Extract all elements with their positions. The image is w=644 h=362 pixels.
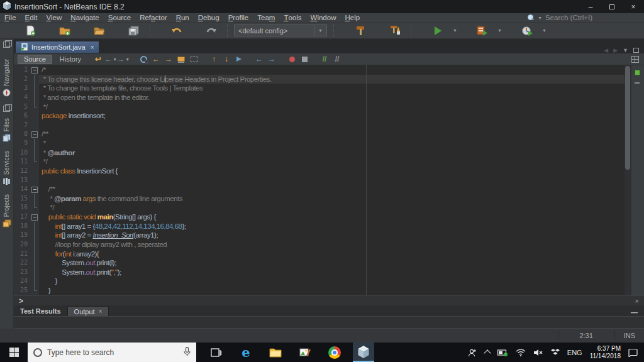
- next-occurrence-icon[interactable]: →: [163, 54, 174, 64]
- open-project-icon[interactable]: [90, 21, 109, 40]
- editor-tab-insertionsort[interactable]: InsertionSort.java ×: [15, 41, 99, 53]
- line-number[interactable]: 1: [14, 65, 30, 75]
- netbeans-taskbar-icon[interactable]: [353, 343, 374, 362]
- record-macro-icon[interactable]: [286, 54, 297, 64]
- split-document-icon[interactable]: [631, 56, 639, 63]
- battery-status-icon[interactable]: [497, 349, 508, 356]
- tab-close-icon[interactable]: ×: [91, 43, 94, 51]
- language-indicator[interactable]: ENG: [567, 349, 582, 356]
- line-number[interactable]: 16: [14, 203, 30, 212]
- code-line[interactable]: 11 */: [14, 157, 644, 167]
- people-icon[interactable]: [468, 348, 477, 357]
- fold-toggle-icon[interactable]: [30, 65, 39, 75]
- code-line[interactable]: 20 //loop for diplay array2 with , seper…: [14, 240, 644, 250]
- sidebar-item-projects[interactable]: Projects: [3, 194, 11, 230]
- clean-build-project-icon[interactable]: [386, 21, 404, 40]
- dropbox-icon[interactable]: [551, 349, 560, 356]
- code-line[interactable]: 6package insertionsort;: [14, 111, 644, 121]
- no-errors-badge[interactable]: [635, 70, 640, 75]
- fold-toggle-icon[interactable]: [30, 129, 39, 139]
- debug-dropdown-icon[interactable]: ▼: [497, 28, 502, 33]
- view-source-button[interactable]: Source: [18, 55, 52, 64]
- code-line[interactable]: 19 int[] array2 = Insertion_Sort(array1)…: [14, 231, 644, 240]
- line-number[interactable]: 15: [14, 194, 30, 204]
- code-line[interactable]: 17 public static void main(String[] args…: [14, 212, 644, 222]
- code-line[interactable]: 4 * and open the template in the editor.: [14, 93, 644, 102]
- line-number[interactable]: 2: [14, 75, 30, 84]
- find-selection-icon[interactable]: [138, 54, 149, 64]
- line-number[interactable]: 13: [14, 176, 30, 185]
- taskbar-search[interactable]: Type here to search: [28, 343, 196, 362]
- line-number[interactable]: 22: [14, 258, 30, 268]
- code-line[interactable]: 21 for(int i:array2){: [14, 250, 644, 259]
- forward-icon[interactable]: →▼: [118, 54, 129, 64]
- code-line[interactable]: 18 int[] array1 = {48,24,42,112,14,134,1…: [14, 222, 644, 231]
- previous-occurrence-icon[interactable]: ←: [150, 54, 162, 64]
- start-button[interactable]: [0, 343, 28, 362]
- line-number[interactable]: 24: [14, 277, 30, 286]
- view-history-button[interactable]: History: [60, 55, 81, 63]
- close-button[interactable]: ×: [623, 0, 644, 13]
- menu-file[interactable]: File: [0, 13, 21, 23]
- wifi-icon[interactable]: [516, 349, 526, 356]
- file-explorer-icon[interactable]: [266, 343, 285, 362]
- line-number[interactable]: 4: [14, 93, 30, 102]
- code-line[interactable]: 10 * @author: [14, 148, 644, 158]
- menu-tools[interactable]: Tools: [279, 13, 306, 23]
- config-combobox[interactable]: <default config> ▼: [234, 25, 327, 36]
- shift-left-icon[interactable]: ←: [253, 54, 265, 64]
- code-line[interactable]: 22 System.out.print(i);: [14, 258, 644, 268]
- rectangular-selection-icon[interactable]: [188, 54, 199, 64]
- search-placeholder[interactable]: Search (Ctrl+I): [545, 14, 592, 21]
- toggle-highlight-icon[interactable]: [175, 54, 187, 64]
- dock-window-icon[interactable]: [3, 41, 10, 48]
- code-line[interactable]: 13: [14, 176, 644, 185]
- redo-icon[interactable]: [202, 21, 221, 40]
- maximize-window-icon[interactable]: [633, 48, 639, 53]
- line-number[interactable]: 10: [14, 148, 30, 158]
- edge-browser-icon[interactable]: e: [236, 343, 255, 362]
- search-dropdown-icon[interactable]: ▼: [538, 16, 542, 20]
- code-line[interactable]: 25 }: [14, 286, 644, 295]
- minimize-panel-icon[interactable]: —: [631, 309, 644, 316]
- line-number[interactable]: 19: [14, 231, 30, 240]
- menu-team[interactable]: Team: [253, 13, 279, 23]
- microphone-icon[interactable]: [184, 347, 191, 358]
- search-icon[interactable]: [528, 14, 534, 21]
- sidebar-item-services[interactable]: Services: [3, 151, 11, 188]
- line-number[interactable]: 25: [14, 286, 30, 295]
- line-number[interactable]: 8: [14, 129, 30, 139]
- chrome-icon[interactable]: [325, 343, 344, 362]
- task-view-button[interactable]: [207, 343, 226, 362]
- save-all-icon[interactable]: [125, 21, 143, 40]
- sidebar-item-navigator[interactable]: Navigator: [3, 59, 11, 99]
- build-project-icon[interactable]: [351, 21, 370, 40]
- bottom-tab-test-results[interactable]: Test Results: [14, 306, 67, 316]
- run-dropdown-icon[interactable]: ▼: [453, 28, 457, 33]
- breadcrumb-chevron-icon[interactable]: >: [14, 297, 23, 305]
- volume-muted-icon[interactable]: [533, 349, 543, 356]
- line-number[interactable]: 6: [14, 111, 30, 121]
- new-file-icon[interactable]: [21, 21, 40, 40]
- uncomment-icon[interactable]: //: [331, 54, 343, 64]
- output-panel[interactable]: [14, 316, 644, 329]
- minimize-button[interactable]: –: [580, 0, 601, 13]
- menu-window[interactable]: Window: [306, 13, 341, 23]
- profile-dropdown-icon[interactable]: ▼: [542, 28, 547, 33]
- scroll-tabs-right-icon[interactable]: ▶: [613, 47, 618, 53]
- sidebar-item-files[interactable]: Files: [3, 118, 11, 145]
- tray-expand-icon[interactable]: [485, 349, 490, 356]
- paint-icon[interactable]: [296, 343, 314, 362]
- line-number[interactable]: 23: [14, 268, 30, 277]
- code-line[interactable]: 15 * @param args the command line argume…: [14, 194, 644, 204]
- line-number[interactable]: 7: [14, 121, 30, 130]
- quick-search[interactable]: ▼ Search (Ctrl+I): [528, 14, 644, 21]
- stripe-mark[interactable]: [635, 82, 640, 84]
- move-up-icon[interactable]: ↑: [208, 54, 219, 64]
- code-line[interactable]: 12public class InsertionSort {: [14, 167, 644, 176]
- undo-icon[interactable]: [167, 21, 186, 40]
- run-project-icon[interactable]: [428, 21, 447, 40]
- action-center-icon[interactable]: [628, 348, 638, 357]
- code-line[interactable]: 23 System.out.print(",");: [14, 268, 644, 277]
- insert-mode-indicator[interactable]: INS: [614, 331, 644, 340]
